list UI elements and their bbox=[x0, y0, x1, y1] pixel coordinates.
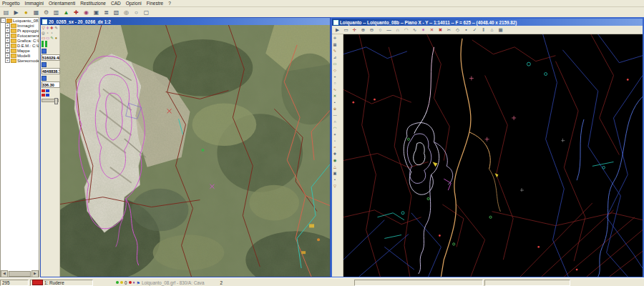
circle-tool-icon[interactable]: ○ bbox=[376, 26, 384, 34]
point-tool-icon[interactable]: ✶ bbox=[419, 26, 427, 34]
cad-window-titlebar[interactable]: Loiquanto -- Loiquanto_08b -- Piano X - … bbox=[332, 19, 643, 26]
draw-tool-icon[interactable]: ✎ bbox=[332, 48, 338, 54]
expand-icon[interactable]: + bbox=[5, 58, 10, 63]
camera-icon[interactable]: ◎ bbox=[122, 8, 131, 17]
aerial-photo-canvas[interactable] bbox=[60, 25, 330, 277]
snap-grid-icon[interactable]: ▦ bbox=[497, 26, 504, 34]
tree-item-mappe[interactable]: + Mappe bbox=[1, 48, 39, 53]
triangle-icon[interactable]: ▲ bbox=[62, 8, 71, 17]
draw-tool-icon[interactable]: ○ bbox=[332, 80, 338, 87]
draw-tool-icon[interactable]: ✎ bbox=[50, 36, 54, 40]
active-layer-cell[interactable]: 1: Rudere bbox=[30, 280, 93, 286]
cad-vector-canvas[interactable] bbox=[343, 34, 643, 277]
draw-tool-icon[interactable]: ▭ bbox=[332, 61, 338, 67]
settings-icon[interactable]: ⚙ bbox=[42, 8, 51, 17]
pan-icon[interactable]: ✛ bbox=[351, 26, 358, 34]
draw-tool-icon[interactable]: ▦ bbox=[332, 41, 338, 48]
stereo-pair-icon[interactable]: ▣ bbox=[92, 8, 101, 17]
add-point-icon[interactable]: ✚ bbox=[50, 26, 54, 30]
draw-tool-icon[interactable]: ▽ bbox=[332, 183, 338, 189]
report-icon[interactable]: ▧ bbox=[112, 8, 121, 17]
expand-icon[interactable]: + bbox=[5, 38, 10, 43]
scroll-right-icon[interactable]: ▶ bbox=[31, 270, 39, 277]
draw-tool-icon[interactable]: ▫ bbox=[332, 138, 338, 144]
line-tool-icon[interactable]: — bbox=[385, 26, 393, 34]
menu-progetto[interactable]: Progetto bbox=[2, 0, 20, 6]
magenta-rect-tool-icon[interactable]: ▭ bbox=[46, 36, 49, 40]
expand-icon[interactable]: + bbox=[5, 23, 10, 28]
draw-tool-icon[interactable]: ∩ bbox=[332, 119, 338, 125]
node-tool-icon[interactable]: ▪ bbox=[462, 26, 470, 34]
tree-item-modelli[interactable]: + Modelli bbox=[1, 53, 39, 58]
window-icon[interactable]: ▢ bbox=[142, 8, 151, 17]
draw-tool-icon[interactable]: ⊿ bbox=[332, 54, 338, 61]
scroll-left-icon[interactable]: ◀ bbox=[1, 270, 8, 277]
draw-tool-icon[interactable]: △ bbox=[332, 164, 338, 170]
rhombus-tool-icon[interactable]: ◇ bbox=[454, 26, 462, 34]
menu-restituzione[interactable]: Restituzione bbox=[80, 0, 106, 6]
draw-tool-icon[interactable]: ∿ bbox=[332, 87, 338, 93]
x-coordinate-field[interactable] bbox=[42, 54, 60, 61]
arc-tool-icon[interactable]: ∩ bbox=[394, 26, 401, 34]
spline-tool-icon[interactable]: ∿ bbox=[411, 26, 419, 34]
draw-tool-icon[interactable]: ✶ bbox=[332, 132, 338, 138]
delete-point-icon[interactable]: ▽ bbox=[42, 26, 45, 30]
point-icon[interactable]: ◉ bbox=[82, 8, 91, 17]
collapse-icon[interactable]: - bbox=[1, 18, 6, 23]
tree-item-pt-appoggio[interactable]: + Pt appoggio: C:\Lavori\Di bbox=[1, 28, 39, 33]
origin-icon[interactable]: ⌂ bbox=[488, 26, 496, 34]
menu-orientamenti[interactable]: Orientamenti bbox=[49, 0, 75, 6]
edit-point-icon[interactable]: ✎ bbox=[54, 26, 58, 30]
menu-immagini[interactable]: Immagini bbox=[25, 0, 44, 6]
draw-tool-icon[interactable]: ⊕ bbox=[332, 106, 338, 112]
verify-icon[interactable]: ✓ bbox=[471, 26, 479, 34]
menu-cad[interactable]: CAD bbox=[111, 0, 121, 6]
box-b-icon[interactable]: ▫ bbox=[50, 31, 54, 35]
parallax-slider[interactable] bbox=[42, 99, 59, 102]
move-point-icon[interactable]: ✛ bbox=[46, 26, 49, 30]
photo-window-titlebar[interactable]: 20_0265_sx - 20_0266_dx 1:2 bbox=[41, 18, 330, 25]
draw-tool-icon[interactable]: ◇ bbox=[332, 67, 338, 74]
expand-icon[interactable]: + bbox=[5, 28, 10, 33]
expand-icon[interactable]: + bbox=[5, 43, 10, 48]
expand-icon[interactable]: + bbox=[5, 33, 10, 38]
draw-tool-icon[interactable]: ▣ bbox=[332, 170, 338, 177]
draw-tool-icon[interactable]: ✚ bbox=[332, 151, 338, 157]
tree-item-dem[interactable]: + D.E.M.: C:\Lavori Digitali bbox=[1, 43, 39, 48]
expand-icon[interactable]: + bbox=[5, 48, 10, 53]
curve-tool-icon[interactable]: ◠ bbox=[402, 26, 410, 34]
draw-tool-icon[interactable]: + bbox=[332, 74, 338, 80]
delete-icon[interactable]: ✕ bbox=[428, 26, 436, 34]
parallel-tool-icon[interactable]: ‖ bbox=[479, 26, 487, 34]
trim-icon[interactable]: ✂ bbox=[445, 26, 453, 34]
view-icon[interactable]: ◎ bbox=[42, 31, 45, 35]
search-icon[interactable]: ○ bbox=[132, 8, 141, 17]
tree-item-stereomodello[interactable]: + Stereomodello corrente bbox=[1, 58, 39, 63]
box-a-icon[interactable]: ▫ bbox=[46, 31, 49, 35]
red-rect-tool-icon[interactable]: ▭ bbox=[42, 36, 45, 40]
menu-opzioni[interactable]: Opzioni bbox=[126, 0, 142, 6]
draw-tool-icon[interactable]: • bbox=[332, 177, 338, 183]
draw-tool-icon[interactable]: — bbox=[332, 112, 338, 119]
zoom-out-icon[interactable]: ⊖ bbox=[368, 26, 376, 34]
info-icon[interactable]: ● bbox=[21, 8, 31, 17]
y-coordinate-field[interactable] bbox=[42, 68, 60, 74]
crosshair-icon[interactable]: ✚ bbox=[72, 8, 81, 17]
tree-item-grafica[interactable]: + Grafica: C:\Lavori Digitali bbox=[1, 38, 39, 43]
draw-tool-icon[interactable]: ≈ bbox=[332, 144, 338, 151]
draw-tool-icon[interactable]: ▪ bbox=[332, 99, 338, 106]
menu-help[interactable]: ? bbox=[168, 0, 171, 6]
tree-horizontal-scrollbar[interactable]: ◀ ▶ bbox=[1, 271, 39, 277]
menu-finestre[interactable]: Finestre bbox=[147, 0, 163, 6]
pointer-icon[interactable]: ▶ bbox=[11, 8, 21, 17]
erase-icon[interactable]: ✖ bbox=[436, 26, 444, 34]
tree-item-fotocamera[interactable]: + Fotocamera: C:\Lavori\Di bbox=[1, 33, 39, 38]
slider-handle[interactable] bbox=[54, 98, 58, 104]
draw-tool-icon[interactable]: ◠ bbox=[332, 125, 338, 132]
tree-root[interactable]: - Loiquanto_08.prj bbox=[1, 18, 39, 23]
project-icon[interactable]: ▤ bbox=[1, 8, 11, 17]
columns-icon[interactable]: ▥ bbox=[52, 8, 61, 17]
select-icon[interactable]: ▶ bbox=[333, 26, 341, 34]
tree-item-immagini[interactable]: + Immagini bbox=[1, 23, 39, 28]
marker-tool-icon[interactable]: ● bbox=[54, 36, 58, 40]
